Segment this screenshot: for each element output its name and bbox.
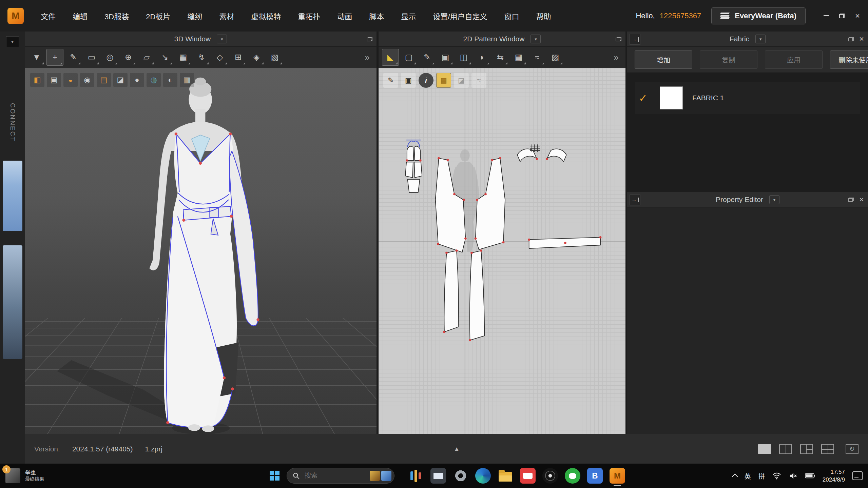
taskbar-search[interactable] <box>287 468 394 484</box>
close-panel-icon[interactable]: × <box>859 35 864 43</box>
fabric-apply-button[interactable]: 应用 <box>765 50 823 69</box>
collapse-fabric-panel-button[interactable]: → <box>630 34 640 45</box>
fabric-copy-button[interactable]: 复制 <box>700 50 757 69</box>
camera-display-toggle[interactable]: ◐ <box>163 73 177 87</box>
select-move-tool[interactable]: + <box>46 49 63 66</box>
edit-mesh-tool[interactable]: ✎ <box>65 49 82 66</box>
search-trend-thumbnails[interactable] <box>370 471 391 481</box>
pin-tool[interactable]: ◎ <box>101 49 118 66</box>
rail-collapse-button[interactable]: ▾ <box>6 36 19 47</box>
user-id[interactable]: 1225675367 <box>660 12 701 20</box>
wechat-icon[interactable] <box>565 468 580 484</box>
menu-script[interactable]: 脚本 <box>362 6 391 25</box>
trace-tool[interactable]: ◫ <box>455 49 472 66</box>
marquee-select-tool[interactable]: ▭ <box>83 49 100 66</box>
detach-window-icon[interactable] <box>367 37 372 41</box>
particle-display-toggle[interactable]: ◒ <box>63 73 78 87</box>
property-panel-menu-button[interactable]: ▾ <box>769 195 779 204</box>
3d-viewport[interactable]: ◧ ▣ ◒ ◉ ▤ ◪ ● ◍ ◐ ▥ <box>25 68 377 435</box>
2d-window-menu-button[interactable]: ▾ <box>531 35 541 43</box>
arrangement-tool[interactable]: ⊕ <box>120 49 137 66</box>
connect-tab[interactable]: CONNECT <box>9 103 16 142</box>
pen-tool[interactable]: ✎ <box>419 49 436 66</box>
render-tool[interactable]: ◈ <box>248 49 265 66</box>
wifi-icon[interactable] <box>772 471 781 480</box>
close-button[interactable]: × <box>850 10 865 22</box>
texture-display-toggle[interactable]: ▤ <box>436 73 451 88</box>
ime-mode-indicator[interactable]: 拼 <box>758 471 765 481</box>
bilibili-icon[interactable]: B <box>587 468 603 484</box>
xiaohongshu-icon[interactable] <box>520 468 536 484</box>
edge-browser-icon[interactable] <box>475 468 491 484</box>
menu-settings-custom[interactable]: 设置/用户自定义 <box>425 6 495 25</box>
library-thumbnail-1[interactable] <box>3 161 22 231</box>
seam-allowance-tool[interactable]: ≈ <box>528 49 545 66</box>
collapse-bottom-bar-button[interactable]: ▲ <box>454 446 460 452</box>
fabric-delete-unused-button[interactable]: 删除未使用的 <box>830 50 868 69</box>
menu-material[interactable]: 素材 <box>212 6 242 25</box>
menu-file[interactable]: 文件 <box>33 6 63 25</box>
environment-display-toggle[interactable]: ◍ <box>147 73 161 87</box>
menu-display[interactable]: 显示 <box>393 6 423 25</box>
pen-display-toggle[interactable]: ✎ <box>383 73 398 88</box>
library-thumbnail-2[interactable] <box>3 245 22 359</box>
menu-window[interactable]: 窗口 <box>497 6 527 25</box>
pin-display-toggle[interactable]: ◪ <box>454 73 469 88</box>
taskbar-news-widget[interactable]: 1 举重 最终结果 <box>5 468 44 483</box>
layout-mixed-button[interactable] <box>800 444 813 454</box>
restore-button[interactable] <box>834 10 850 22</box>
steam-display-toggle[interactable]: ≈ <box>471 73 486 88</box>
marvelous-designer-icon[interactable]: M <box>610 468 625 484</box>
grading-tool[interactable]: ▦ <box>510 49 527 66</box>
settings-gear-icon[interactable] <box>453 468 468 484</box>
menu-2d-pattern[interactable]: 2D板片 <box>138 6 178 25</box>
detach-window-icon[interactable] <box>848 37 854 41</box>
garment-display-toggle[interactable]: ▣ <box>401 73 416 88</box>
system-window-icon[interactable] <box>430 468 446 484</box>
detach-window-icon[interactable] <box>848 198 854 202</box>
toolbar-overflow-button[interactable]: » <box>362 52 373 63</box>
model-display-toggle[interactable]: ● <box>130 73 144 87</box>
grid-tool[interactable]: ⊞ <box>230 49 247 66</box>
fabric-swatch[interactable] <box>660 86 683 109</box>
measure-tool[interactable]: ▧ <box>266 49 283 66</box>
garment-display-toggle[interactable]: ◧ <box>30 73 44 87</box>
pattern-pieces[interactable] <box>379 68 625 435</box>
menu-sewing[interactable]: 缝纫 <box>180 6 210 25</box>
everywear-button[interactable]: EveryWear (Beta) <box>711 7 806 24</box>
shadow-display-toggle[interactable]: ◪ <box>113 73 128 87</box>
menu-help[interactable]: 帮助 <box>529 6 559 25</box>
texture-display-toggle[interactable]: ▤ <box>97 73 111 87</box>
silhouette-tool[interactable]: ◗ <box>474 49 490 66</box>
layout-single-button[interactable] <box>758 444 771 454</box>
taskbar-clock[interactable]: 17:57 2024/8/9 <box>823 468 845 484</box>
menu-avatar[interactable]: 虚拟模特 <box>244 6 288 25</box>
volume-muted-icon[interactable] <box>789 471 797 480</box>
swap-tool[interactable]: ⇆ <box>492 49 509 66</box>
wind-tool[interactable]: ↯ <box>193 49 210 66</box>
layout-reset-button[interactable]: ↻ <box>846 444 859 454</box>
chart-app-icon[interactable] <box>408 468 424 484</box>
menu-3d-garment[interactable]: 3D服装 <box>97 6 136 25</box>
menu-edit[interactable]: 编辑 <box>65 6 95 25</box>
media-app-icon[interactable] <box>542 468 558 484</box>
menu-animation[interactable]: 动画 <box>330 6 360 25</box>
texture-editor-tool[interactable]: ▨ <box>547 49 564 66</box>
hidden-icons-chevron[interactable] <box>732 473 738 480</box>
close-panel-icon[interactable]: × <box>859 196 864 204</box>
edit-pattern-tool[interactable]: ▢ <box>400 49 417 66</box>
avatar-display-toggle[interactable]: ◉ <box>80 73 94 87</box>
fabric-panel-menu-button[interactable]: ▾ <box>755 35 766 43</box>
bone-display-toggle[interactable]: ▥ <box>180 73 194 87</box>
search-input[interactable] <box>304 472 366 480</box>
layout-quad-button[interactable] <box>821 444 834 454</box>
collapse-property-panel-button[interactable]: → <box>630 195 640 205</box>
sewing-tool[interactable]: ▱ <box>138 49 155 66</box>
layout-two-pane-button[interactable] <box>779 444 792 454</box>
simulate-button[interactable]: ▼ <box>28 49 45 66</box>
2d-pattern-canvas[interactable]: ✎ ▣ i ▤ ◪ ≈ <box>379 68 625 435</box>
menu-retopology[interactable]: 重拓扑 <box>290 6 328 25</box>
detach-window-icon[interactable] <box>616 37 621 41</box>
3d-window-menu-button[interactable]: ▾ <box>217 35 227 43</box>
toolbar-overflow-button[interactable]: » <box>611 52 622 63</box>
